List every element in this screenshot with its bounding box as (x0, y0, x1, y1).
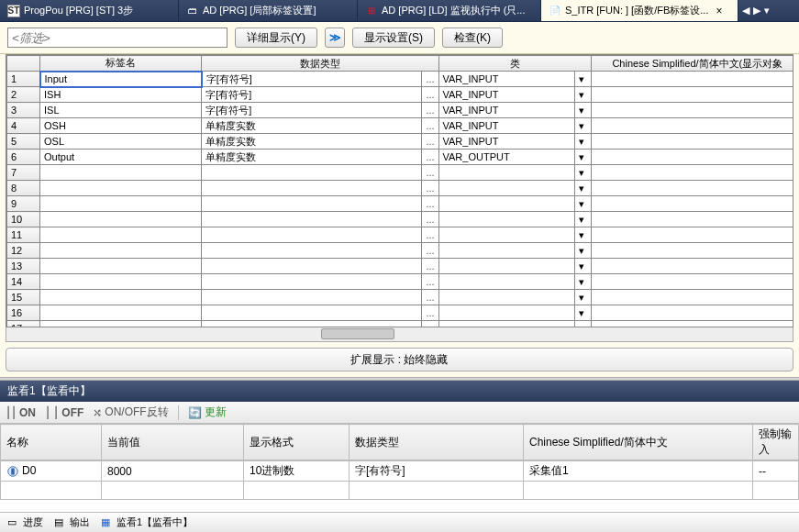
row-number[interactable]: 6 (7, 150, 40, 165)
cell-datatype[interactable]: 字[有符号] (202, 87, 422, 103)
tab-sitr[interactable]: 📄 S_ITR [FUN: ] [函数/FB标签设... × (541, 0, 738, 21)
cell-datatype[interactable] (202, 305, 422, 321)
cell-label[interactable] (40, 274, 202, 290)
cell-cn[interactable] (591, 290, 793, 305)
watch-curval[interactable]: 8000 (102, 461, 244, 482)
sb-output[interactable]: ▤输出 (54, 515, 90, 529)
datatype-picker-button[interactable]: ... (422, 321, 438, 328)
row-number[interactable]: 9 (7, 196, 40, 212)
row-number[interactable]: 2 (7, 87, 40, 103)
header-cn[interactable]: Chinese Simplified/简体中文(显示对象 (591, 56, 793, 72)
label-grid-scroll[interactable]: 标签名 数据类型 类 Chinese Simplified/简体中文(显示对象 … (6, 54, 793, 327)
cell-class[interactable]: VAR_INPUT (438, 87, 574, 103)
row-number[interactable]: 12 (7, 243, 40, 259)
row-number[interactable]: 11 (7, 227, 40, 243)
cell-class[interactable] (438, 305, 574, 321)
row-number[interactable]: 13 (7, 259, 40, 274)
cell-datatype[interactable]: 字[有符号] (202, 72, 422, 87)
watch-empty[interactable] (1, 482, 102, 500)
datatype-picker-button[interactable]: ... (422, 150, 438, 165)
watch-name[interactable]: D0 (1, 461, 102, 482)
cell-class[interactable]: VAR_INPUT (438, 72, 574, 87)
watch-dtype[interactable]: 字[有符号] (350, 461, 524, 482)
cell-cn[interactable] (591, 212, 793, 227)
datatype-picker-button[interactable]: ... (422, 181, 438, 196)
cell-label[interactable] (40, 243, 202, 259)
expand-right-button[interactable]: ≫ (325, 28, 345, 48)
header-rownum[interactable] (7, 56, 40, 72)
class-dropdown-button[interactable]: ▾ (574, 150, 591, 165)
cell-datatype[interactable] (202, 259, 422, 274)
datatype-picker-button[interactable]: ... (422, 243, 438, 259)
class-dropdown-button[interactable]: ▾ (574, 72, 591, 87)
row-number[interactable]: 10 (7, 212, 40, 227)
sb-progress[interactable]: ▭进度 (7, 515, 43, 529)
cell-class[interactable]: VAR_INPUT (438, 134, 574, 150)
cell-class[interactable] (438, 290, 574, 305)
class-dropdown-button[interactable]: ▾ (574, 305, 591, 321)
cell-cn[interactable] (591, 305, 793, 321)
cell-datatype[interactable] (202, 227, 422, 243)
cell-class[interactable]: VAR_INPUT (438, 118, 574, 134)
cell-datatype[interactable] (202, 181, 422, 196)
cell-datatype[interactable]: 字[有符号] (202, 103, 422, 118)
cell-cn[interactable] (591, 134, 793, 150)
row-number[interactable]: 17 (7, 321, 40, 328)
datatype-picker-button[interactable]: ... (422, 259, 438, 274)
display-settings-button[interactable]: 显示设置(S) (352, 28, 435, 48)
row-number[interactable]: 8 (7, 181, 40, 196)
cell-class[interactable] (438, 196, 574, 212)
filter-input[interactable] (7, 28, 227, 48)
watch-body-scroll[interactable]: D0800010进制数字[有符号]采集值1-- (0, 460, 799, 514)
datatype-picker-button[interactable]: ... (422, 118, 438, 134)
datatype-picker-button[interactable]: ... (422, 305, 438, 321)
datatype-picker-button[interactable]: ... (422, 87, 438, 103)
cell-cn[interactable] (591, 181, 793, 196)
cell-cn[interactable] (591, 227, 793, 243)
cell-label[interactable] (40, 227, 202, 243)
cell-class[interactable] (438, 165, 574, 181)
cell-datatype[interactable]: 单精度实数 (202, 134, 422, 150)
cell-cn[interactable] (591, 243, 793, 259)
cell-cn[interactable] (591, 259, 793, 274)
wh-dtype[interactable]: 数据类型 (350, 425, 524, 460)
class-dropdown-button[interactable]: ▾ (574, 181, 591, 196)
detail-display-button[interactable]: 详细显示(Y) (235, 28, 317, 48)
cell-label[interactable] (40, 181, 202, 196)
cell-label[interactable] (40, 196, 202, 212)
cell-cn[interactable] (591, 165, 793, 181)
row-number[interactable]: 7 (7, 165, 40, 181)
cell-label[interactable]: Input (40, 72, 202, 87)
cell-cn[interactable] (591, 274, 793, 290)
class-dropdown-button[interactable]: ▾ (574, 118, 591, 134)
tab-ad-ld[interactable]: ⊞ AD [PRG] [LD] 监视执行中 (只... (358, 0, 541, 21)
class-dropdown-button[interactable]: ▾ (574, 321, 591, 328)
row-number[interactable]: 14 (7, 274, 40, 290)
cell-datatype[interactable] (202, 243, 422, 259)
cell-label[interactable] (40, 321, 202, 328)
datatype-picker-button[interactable]: ... (422, 212, 438, 227)
wh-force[interactable]: 强制输入 (753, 425, 799, 460)
cell-class[interactable] (438, 181, 574, 196)
sb-watch[interactable]: ▦监看1【监看中】 (101, 515, 193, 529)
cell-cn[interactable] (591, 87, 793, 103)
row-number[interactable]: 1 (7, 72, 40, 87)
wh-curval[interactable]: 当前值 (102, 425, 244, 460)
cell-datatype[interactable] (202, 321, 422, 328)
tab-prev-icon[interactable]: ◀ (742, 5, 749, 17)
wh-fmt[interactable]: 显示格式 (244, 425, 350, 460)
cell-label[interactable] (40, 212, 202, 227)
row-number[interactable]: 4 (7, 118, 40, 134)
row-number[interactable]: 3 (7, 103, 40, 118)
tab-progpou[interactable]: ST ProgPou [PRG] [ST] 3步 (0, 0, 179, 21)
cell-datatype[interactable]: 单精度实数 (202, 118, 422, 134)
cell-cn[interactable] (591, 72, 793, 87)
datatype-picker-button[interactable]: ... (422, 103, 438, 118)
class-dropdown-button[interactable]: ▾ (574, 134, 591, 150)
cell-cn[interactable] (591, 321, 793, 328)
cell-class[interactable]: VAR_OUTPUT (438, 150, 574, 165)
cell-cn[interactable] (591, 196, 793, 212)
cell-cn[interactable] (591, 118, 793, 134)
cell-label[interactable]: ISH (40, 87, 202, 103)
datatype-picker-button[interactable]: ... (422, 165, 438, 181)
